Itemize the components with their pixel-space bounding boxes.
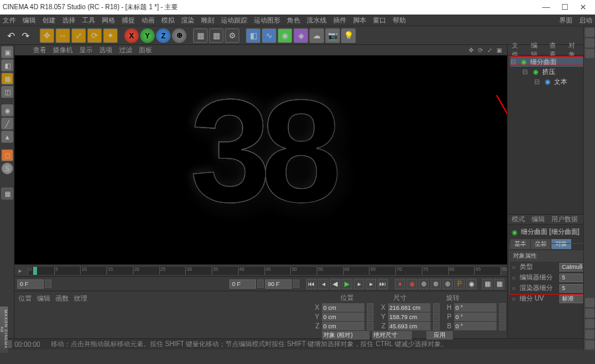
menu-网格[interactable]: 网格	[102, 16, 115, 25]
timeline-track[interactable]: 051015202530354045505560657075808590	[28, 267, 500, 275]
timeline[interactable]: ▸ 051015202530354045505560657075808590	[15, 264, 507, 276]
spline-tool[interactable]: ∿	[262, 28, 276, 43]
select-tool[interactable]: ✥	[40, 28, 54, 43]
apply-button[interactable]: 应用	[426, 331, 453, 340]
menu-角色[interactable]: 角色	[287, 16, 300, 25]
vp-nav-icon[interactable]: ⟳	[477, 46, 485, 54]
menu-选择[interactable]: 选择	[62, 16, 75, 25]
palette-icon[interactable]	[585, 340, 594, 349]
key-pla[interactable]: ◉	[466, 279, 477, 289]
object-manager[interactable]: ⊟◉细分曲面⊟◉挤压⊟◉文本	[508, 55, 595, 214]
object-mode[interactable]: ◧	[1, 59, 13, 71]
coord-Y-pos[interactable]: 0 cm	[322, 312, 364, 321]
mesh-check[interactable]: ▦	[1, 188, 13, 200]
menu-启动[interactable]: 启动	[579, 16, 592, 25]
coord-mode[interactable]: 对象 (相对)	[322, 331, 370, 340]
current-frame[interactable]: 0 F	[229, 279, 256, 289]
workplane-mode[interactable]: ◫	[1, 86, 13, 98]
goto-start[interactable]: ⏮	[306, 279, 317, 289]
camera-tool[interactable]: 📷	[325, 28, 340, 43]
key-scale[interactable]: ⊕	[430, 279, 441, 289]
vp-nav-icon[interactable]: ▣	[495, 46, 503, 54]
autokey[interactable]: ◉	[407, 279, 417, 289]
step-icon[interactable]	[45, 279, 52, 288]
palette-icon[interactable]	[585, 319, 594, 328]
coord-X-pos[interactable]: 0 cm	[322, 303, 364, 312]
goto-end[interactable]: ⏭	[377, 279, 388, 289]
palette-icon[interactable]	[585, 298, 594, 307]
coord-Z-size[interactable]: 45.693 cm	[388, 322, 430, 330]
primitive-cube[interactable]: ◧	[246, 28, 260, 43]
tab-编辑[interactable]: 编辑	[37, 294, 50, 303]
play-button[interactable]: ▶	[342, 279, 352, 289]
rotate-tool[interactable]: ⟳	[87, 28, 102, 43]
snap-settings[interactable]: S	[1, 163, 13, 174]
redo-button[interactable]: ↷	[20, 30, 32, 42]
key-rot[interactable]: ⊕	[442, 279, 453, 289]
palette-icon[interactable]	[585, 49, 594, 58]
menu-文件[interactable]: 文件	[3, 16, 16, 25]
polygon-mode[interactable]: ▲	[1, 131, 13, 143]
model-mode[interactable]: ▣	[1, 46, 13, 58]
attr-tab-对象[interactable]: 对象	[551, 239, 571, 249]
frame-start[interactable]: 0 F	[17, 279, 44, 289]
scale-tool[interactable]: ⤢	[71, 28, 86, 43]
environment-tool[interactable]: ☁	[309, 28, 324, 43]
menu-创建[interactable]: 创建	[42, 16, 56, 25]
vp-menu-面板[interactable]: 面板	[139, 46, 152, 55]
coord-Y-size[interactable]: 158.79 cm	[388, 312, 430, 321]
next-key[interactable]: ▸	[366, 279, 376, 289]
vp-menu-过滤[interactable]: 过滤	[119, 46, 132, 55]
size-mode[interactable]: 绝对尺寸	[372, 331, 412, 340]
attr-menu-用户数据[interactable]: 用户数据	[551, 215, 578, 224]
deformer-tool[interactable]: ◈	[294, 28, 308, 43]
render-settings[interactable]: ⚙	[225, 28, 239, 43]
x-axis-toggle[interactable]: X	[124, 28, 139, 43]
undo-button[interactable]: ↶	[5, 30, 17, 42]
world-axis-toggle[interactable]: ⊕	[172, 28, 186, 43]
vp-nav-icon[interactable]: ✥	[467, 46, 475, 54]
recent-tool[interactable]: ✦	[103, 28, 118, 43]
texture-mode[interactable]: ▦	[1, 73, 13, 85]
minimize-button[interactable]: —	[537, 1, 555, 14]
menu-模拟[interactable]: 模拟	[161, 16, 175, 25]
palette-icon[interactable]	[585, 38, 594, 48]
vp-menu-摄像机[interactable]: 摄像机	[53, 46, 73, 55]
snap-toggle[interactable]: ⬡	[1, 149, 13, 161]
coord-B-rot[interactable]: 0 °	[454, 322, 496, 330]
menu-运动跟踪[interactable]: 运动跟踪	[221, 16, 247, 25]
generator-tool[interactable]: ◉	[278, 28, 292, 43]
object-row-挤压[interactable]: ⊟◉挤压	[510, 67, 595, 77]
record-key[interactable]: ●	[395, 279, 405, 289]
palette-icon[interactable]	[585, 309, 594, 318]
vp-nav-icon[interactable]: ⤢	[486, 46, 494, 54]
move-tool[interactable]: ↔	[56, 28, 70, 43]
maximize-button[interactable]: ☐	[555, 1, 574, 14]
tab-函数[interactable]: 函数	[56, 294, 69, 303]
menu-插件[interactable]: 插件	[333, 16, 346, 25]
next-frame[interactable]: ▸	[354, 279, 364, 289]
palette-icon[interactable]	[585, 330, 594, 339]
prev-key[interactable]: ◂	[318, 279, 329, 289]
menu-编辑[interactable]: 编辑	[22, 16, 36, 25]
key-options2[interactable]: ▦	[494, 279, 504, 289]
render-region[interactable]: ▦	[209, 28, 223, 43]
menu-窗口[interactable]: 窗口	[373, 16, 386, 25]
attr-menu-模式[interactable]: 模式	[512, 215, 525, 224]
render-view[interactable]: ▦	[193, 28, 208, 43]
menu-帮助[interactable]: 帮助	[393, 16, 406, 25]
viewport[interactable]: 38	[15, 55, 507, 264]
tab-纹理[interactable]: 纹理	[74, 294, 87, 303]
attr-menu-编辑[interactable]: 编辑	[532, 215, 545, 224]
vp-menu-选项[interactable]: 选项	[99, 46, 112, 55]
coord-Z-pos[interactable]: 0 cm	[322, 322, 364, 330]
key-options[interactable]: ▦	[482, 279, 493, 289]
coord-P-rot[interactable]: 0 °	[454, 312, 496, 321]
object-row-细分曲面[interactable]: ⊟◉细分曲面	[510, 57, 595, 67]
vp-menu-查看[interactable]: 查看	[33, 46, 46, 55]
z-axis-toggle[interactable]: Z	[156, 28, 171, 43]
coord-H-rot[interactable]: 0 °	[454, 303, 496, 312]
y-axis-toggle[interactable]: Y	[140, 28, 155, 43]
frame-end[interactable]: 90 F	[265, 279, 292, 289]
menu-流水线[interactable]: 流水线	[307, 16, 327, 25]
